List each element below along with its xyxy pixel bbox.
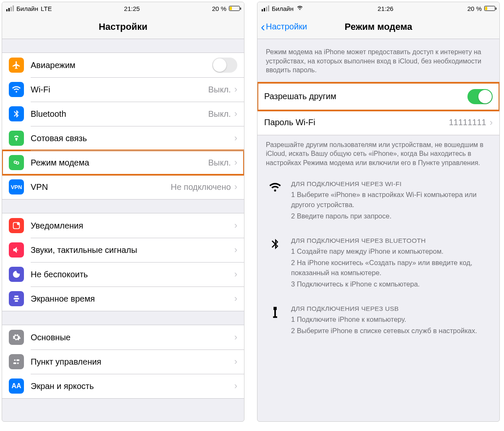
row-dnd[interactable]: Не беспокоить › <box>2 262 244 286</box>
chevron-left-icon: ‹ <box>261 21 265 33</box>
row-wifi-password[interactable]: Пароль Wi-Fi 11111111 › <box>257 110 499 135</box>
bluetooth-icon <box>268 236 283 291</box>
chevron-right-icon: › <box>234 244 237 255</box>
screentime-icon <box>9 291 24 306</box>
instr-usb: ДЛЯ ПОДКЛЮЧЕНИЯ ЧЕРЕЗ USB 1 Подключите i… <box>257 297 499 344</box>
phone-settings-root: Билайн LTE 21:25 20 % Настройки Авиарежи… <box>2 2 244 422</box>
hotspot-icon <box>9 155 24 170</box>
chevron-right-icon: › <box>234 381 237 392</box>
page-title: Режим модема <box>345 21 412 32</box>
svg-rect-8 <box>273 316 277 318</box>
chevron-right-icon: › <box>234 133 237 144</box>
row-detail: Выкл. <box>208 85 231 95</box>
svg-point-2 <box>14 360 16 361</box>
chevron-right-icon: › <box>234 181 237 192</box>
row-display[interactable]: AA Экран и яркость › <box>2 374 244 398</box>
row-hotspot[interactable]: Режим модема Выкл. › <box>2 150 244 175</box>
password-value: 11111111 <box>449 118 486 127</box>
svg-rect-3 <box>16 360 19 361</box>
svg-rect-6 <box>273 307 277 310</box>
instr-step: 1 Создайте пару между iPhone и компьютер… <box>291 247 489 257</box>
row-screentime[interactable]: Экранное время › <box>2 286 244 311</box>
sounds-icon <box>9 242 24 258</box>
hotspot-desc-top: Режим модема на iPhone может предоставит… <box>257 39 499 80</box>
network-label: LTE <box>41 5 52 12</box>
settings-group-general: Основные › Пункт управления › AA Экран и… <box>2 325 244 399</box>
controlcenter-icon <box>9 354 24 369</box>
svg-rect-5 <box>13 363 16 364</box>
carrier-label: Билайн <box>272 5 294 12</box>
instr-wifi: ДЛЯ ПОДКЛЮЧЕНИЯ ЧЕРЕЗ WI-FI 1 Выберите «… <box>257 173 499 229</box>
row-label: VPN <box>31 182 171 192</box>
chevron-right-icon: › <box>234 108 237 119</box>
instr-title: ДЛЯ ПОДКЛЮЧЕНИЯ ЧЕРЕЗ BLUETOOTH <box>291 236 489 245</box>
row-sounds[interactable]: Звуки, тактильные сигналы › <box>2 238 244 262</box>
allow-others-toggle[interactable] <box>467 89 493 104</box>
instr-step: 2 Выберите iPhone в списке сетевых служб… <box>291 326 489 336</box>
row-detail: Не подключено <box>171 182 231 192</box>
svg-point-1 <box>17 222 19 225</box>
row-label: Wi-Fi <box>31 85 208 95</box>
general-icon <box>9 330 24 345</box>
row-label: Bluetooth <box>31 109 208 119</box>
row-label: Звуки, тактильные сигналы <box>31 245 234 255</box>
clock-label: 21:25 <box>124 5 140 12</box>
chevron-right-icon: › <box>234 356 237 367</box>
row-notifications[interactable]: Уведомления › <box>2 213 244 238</box>
settings-content[interactable]: Авиарежим Wi-Fi Выкл. › Bluetooth Выкл. … <box>2 39 244 421</box>
row-label: Разрешать другим <box>264 92 467 101</box>
row-vpn[interactable]: VPN VPN Не подключено › <box>2 175 244 199</box>
row-cellular[interactable]: Сотовая связь › <box>2 126 244 150</box>
chevron-right-icon: › <box>234 269 237 280</box>
usb-icon <box>268 304 283 337</box>
row-wifi[interactable]: Wi-Fi Выкл. › <box>2 77 244 102</box>
notifications-icon <box>9 218 24 233</box>
chevron-right-icon: › <box>234 293 237 304</box>
instr-step: 2 Введите пароль при запросе. <box>291 211 489 221</box>
row-controlcenter[interactable]: Пункт управления › <box>2 350 244 374</box>
chevron-right-icon: › <box>234 220 237 231</box>
row-label: Экран и яркость <box>31 381 234 391</box>
status-bar: Билайн LTE 21:25 20 % <box>2 2 244 15</box>
row-detail: Выкл. <box>208 158 231 168</box>
status-bar: Билайн 21:26 20 % <box>257 2 499 15</box>
battery-icon <box>484 6 495 11</box>
chevron-right-icon: › <box>234 157 237 168</box>
row-label: Не беспокоить <box>31 270 234 279</box>
row-label: Авиарежим <box>31 60 212 70</box>
back-label: Настройки <box>266 22 307 32</box>
row-bluetooth[interactable]: Bluetooth Выкл. › <box>2 102 244 126</box>
back-button[interactable]: ‹ Настройки <box>261 21 307 33</box>
svg-point-4 <box>17 363 19 364</box>
cellular-icon <box>9 131 24 146</box>
instr-step: 2 На iPhone коснитесь «Создать пару» или… <box>291 258 489 278</box>
airplane-toggle[interactable] <box>212 58 237 73</box>
row-detail: Выкл. <box>208 109 231 119</box>
row-label: Режим модема <box>31 158 208 168</box>
hotspot-desc-bottom: Разрешайте другим пользователям или устр… <box>257 135 499 173</box>
hotspot-content[interactable]: Режим модема на iPhone может предоставит… <box>257 39 499 421</box>
vpn-icon: VPN <box>9 179 24 194</box>
dnd-icon <box>9 267 24 282</box>
battery-label: 20 % <box>467 5 482 12</box>
row-label: Сотовая связь <box>31 134 234 143</box>
settings-group-connectivity: Авиарежим Wi-Fi Выкл. › Bluetooth Выкл. … <box>2 53 244 200</box>
battery-icon <box>229 6 240 11</box>
wifi-icon <box>9 82 24 97</box>
row-label: Пароль Wi-Fi <box>264 118 449 127</box>
instr-title: ДЛЯ ПОДКЛЮЧЕНИЯ ЧЕРЕЗ WI-FI <box>291 179 489 189</box>
display-icon: AA <box>9 378 24 394</box>
row-allow-others[interactable]: Разрешать другим <box>257 83 499 110</box>
nav-header: Настройки <box>2 15 244 39</box>
row-general[interactable]: Основные › <box>2 325 244 350</box>
row-label: Пункт управления <box>31 357 234 367</box>
page-title: Настройки <box>99 21 147 32</box>
row-label: Уведомления <box>31 221 234 231</box>
battery-label: 20 % <box>212 5 226 12</box>
svg-rect-7 <box>274 310 276 316</box>
signal-icon <box>262 5 269 11</box>
instr-step: 1 Подключите iPhone к компьютеру. <box>291 315 489 325</box>
chevron-right-icon: › <box>234 332 237 343</box>
chevron-right-icon: › <box>490 117 493 128</box>
row-airplane[interactable]: Авиарежим <box>2 53 244 77</box>
